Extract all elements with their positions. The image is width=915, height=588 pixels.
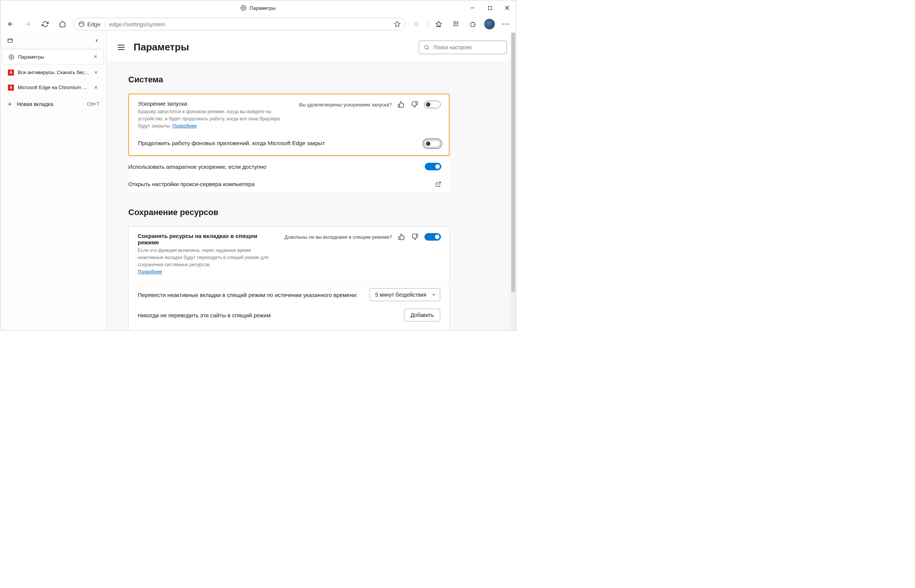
tab-antivirus[interactable]: А Все антивирусы. Скачать беспл × [3,65,104,80]
tab-label: Все антивирусы. Скачать беспл [18,69,89,75]
never-sleep-label: Никогда не переводить эти сайты в спящий… [138,312,397,318]
settings-menu-button[interactable] [115,42,127,53]
thumbs-up-icon[interactable] [397,100,405,109]
refresh-button[interactable] [39,18,52,31]
addr-prefix-label: Edge [87,21,100,27]
favorites-icon[interactable] [432,18,445,31]
profile-avatar[interactable] [484,19,495,29]
home-button[interactable] [56,18,69,31]
section-system-heading: Система [128,75,450,85]
forward-button[interactable] [21,18,34,31]
startup-boost-learn-more-link[interactable]: Подробнее [172,123,197,129]
extensions-icon[interactable] [467,18,480,31]
section-resources-heading: Сохранение ресурсов [128,208,450,217]
hw-accel-toggle[interactable] [425,163,441,170]
tab-label: Параметры [18,54,89,60]
tab-label: Microsoft Edge на Chromium – Н [18,85,89,90]
vertical-tabs-sidebar: Параметры × А Все антивирусы. Скачать бе… [0,33,107,331]
startup-boost-feedback-question: Вы удовлетворены ускорением запуска? [299,102,392,108]
close-tab-button[interactable]: × [93,85,99,90]
separator [428,20,428,28]
svg-point-5 [79,21,84,27]
thumbs-up-icon[interactable] [397,233,406,241]
settings-content: Параметры Система Ускорение запуска [107,33,516,331]
gear-icon [8,54,14,60]
external-link-icon[interactable] [435,181,441,187]
svg-line-21 [428,48,429,50]
sleep-tabs-feedback-question: Довольны ли вы вкладками в спящем режиме… [284,234,392,240]
maximize-button[interactable] [481,0,499,15]
titlebar: Параметры [0,0,516,15]
startup-boost-label: Ускорение запуска [138,100,292,107]
svg-point-14 [11,56,12,58]
svg-point-11 [507,23,509,24]
sleep-tabs-desc: Если эта функция включена, через заданно… [138,247,278,275]
settings-title: Параметры [134,41,412,53]
never-sleep-empty: Сайты не добавлены [129,328,449,331]
collapse-sidebar-button[interactable] [94,38,99,43]
tab-edge-chromium[interactable]: А Microsoft Edge на Chromium – Н × [3,80,104,95]
svg-rect-12 [8,39,12,42]
svg-point-0 [243,7,244,9]
back-button[interactable] [4,18,17,31]
add-site-button[interactable]: Добавить [404,309,440,321]
svg-point-10 [505,23,506,24]
close-window-button[interactable] [499,0,516,15]
scrollbar[interactable] [510,33,516,331]
close-tab-button[interactable]: × [93,70,99,75]
favicon-icon: А [8,69,14,76]
sleep-tabs-learn-more-link[interactable]: Подробнее [138,269,162,275]
shortcut-label: Ctrl+T [87,102,99,107]
address-bar[interactable]: Edge edge://settings/system [73,18,406,31]
search-icon [424,44,430,50]
tab-settings[interactable]: Параметры × [3,49,104,64]
sleep-tabs-card: Сохранять ресурсы на вкладках в спящем р… [128,226,450,331]
new-tab-button[interactable]: Новая вкладка Ctrl+T [0,97,106,111]
plus-icon [7,102,12,107]
thumbs-down-icon[interactable] [411,233,419,241]
url-text: edge://settings/system [109,21,165,27]
minimize-button[interactable] [464,0,481,15]
extension-icon[interactable] [410,18,423,31]
bg-apps-label: Продолжить работу фоновых приложений, ко… [138,140,417,146]
edge-logo-icon [78,21,85,27]
bg-apps-toggle[interactable] [424,140,440,147]
window-title: Параметры [249,5,275,11]
chevron-down-icon [432,292,436,297]
favicon-icon: А [8,85,14,90]
browser-toolbar: Edge edge://settings/system [0,15,516,33]
sleep-tabs-toggle[interactable] [424,233,441,241]
svg-rect-8 [471,23,475,27]
settings-search[interactable] [419,40,507,54]
search-input[interactable] [433,44,502,50]
svg-point-20 [425,45,428,48]
sleep-timeout-select[interactable]: 5 минут бездействия [369,288,440,301]
tab-actions-icon[interactable] [7,37,13,44]
new-tab-label: Новая вкладка [17,101,53,107]
hw-accel-label: Использовать аппаратное ускорение, если … [128,163,418,170]
collections-icon[interactable] [450,18,462,31]
sleep-timeout-label: Перевести неактивные вкладки в спящий ре… [138,292,363,298]
startup-boost-toggle[interactable] [424,101,440,108]
menu-button[interactable] [499,18,512,31]
close-tab-button[interactable]: × [93,54,98,60]
sleep-tabs-label: Сохранять ресурсы на вкладках в спящем р… [138,233,278,246]
add-favorite-icon[interactable] [394,21,401,27]
startup-boost-highlight: Ускорение запуска Браузер запустится в ф… [128,94,450,156]
gear-icon [240,5,246,11]
svg-point-9 [502,23,504,24]
startup-boost-desc: Браузер запустится в фоновом режиме, ког… [138,108,292,129]
proxy-settings-label: Открыть настройки прокси-сервера компьют… [128,181,429,187]
thumbs-down-icon[interactable] [410,100,419,109]
svg-rect-2 [488,6,492,10]
